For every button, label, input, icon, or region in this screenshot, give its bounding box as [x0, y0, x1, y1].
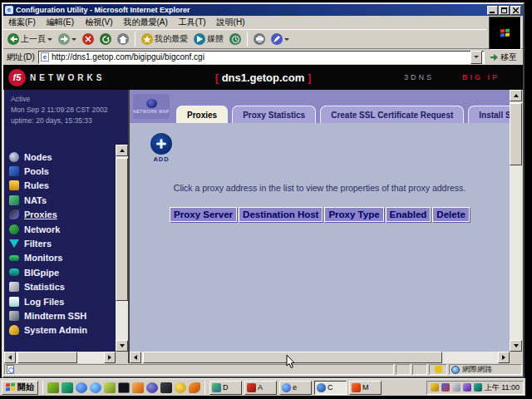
- back-dropdown-icon[interactable]: [47, 38, 52, 41]
- history-button[interactable]: [228, 32, 243, 46]
- column-header-destination-host[interactable]: Destination Host: [239, 207, 323, 222]
- stop-button[interactable]: [81, 32, 96, 46]
- menu-help[interactable]: 說明(H): [217, 17, 245, 28]
- refresh-button[interactable]: [98, 32, 113, 46]
- quicklaunch-icon-11[interactable]: [189, 382, 200, 393]
- security-zone-panel: 網際網路: [449, 364, 522, 375]
- forward-button[interactable]: [57, 32, 78, 46]
- tray-icon-1[interactable]: [431, 383, 439, 392]
- media-button[interactable]: 媒體: [192, 32, 225, 46]
- add-button[interactable]: ADD: [146, 133, 176, 163]
- system-admin-icon: [9, 325, 19, 335]
- scroll-track[interactable]: [116, 156, 128, 340]
- sidebar-item-pools[interactable]: Pools: [9, 164, 111, 178]
- address-dropdown-button[interactable]: [470, 51, 482, 64]
- scroll-up-button[interactable]: [510, 90, 522, 101]
- network-map-button[interactable]: NETWORK MAP: [133, 94, 170, 119]
- favorites-button[interactable]: 我的最愛: [140, 32, 190, 46]
- scroll-left-button[interactable]: [130, 352, 141, 363]
- scrollbar-corner: [510, 352, 522, 363]
- task-button-5[interactable]: M: [349, 381, 382, 395]
- proxies-content: ADD Click a proxy address in the list to…: [130, 123, 510, 352]
- quicklaunch-icon-1[interactable]: [47, 382, 59, 393]
- main-horizontal-scrollbar[interactable]: [130, 352, 510, 363]
- scroll-down-button[interactable]: [116, 340, 128, 352]
- tab-proxies[interactable]: Proxies: [176, 106, 228, 123]
- start-button[interactable]: 開始: [2, 381, 38, 395]
- scroll-right-button[interactable]: [498, 352, 510, 363]
- menu-edit[interactable]: 編輯(E): [47, 17, 74, 28]
- column-header-proxy-server[interactable]: Proxy Server: [170, 207, 237, 222]
- ie-throbber: [489, 17, 521, 50]
- main-vertical-scrollbar[interactable]: [510, 90, 522, 352]
- sidebar-item-bigpipe[interactable]: BIGpipe: [9, 265, 111, 279]
- quicklaunch-icon-7[interactable]: [132, 382, 144, 393]
- quicklaunch-icon-8[interactable]: [146, 382, 158, 393]
- scroll-track[interactable]: [16, 352, 104, 363]
- task-button-3[interactable]: e: [279, 381, 312, 395]
- sidebar-item-mindterm-ssh[interactable]: Mindterm SSH: [9, 308, 111, 323]
- task-button-2[interactable]: A: [244, 381, 277, 395]
- clock[interactable]: 上午 11:00: [485, 382, 520, 393]
- page-icon: e: [41, 52, 49, 62]
- address-input[interactable]: [52, 52, 470, 62]
- sidebar-item-monitors[interactable]: Monitors: [9, 251, 111, 265]
- sidebar-item-filters[interactable]: Filters: [9, 236, 111, 250]
- menu-favorites[interactable]: 我的最愛(A): [123, 17, 167, 28]
- home-button[interactable]: [116, 32, 131, 46]
- sidebar-item-system-admin[interactable]: System Admin: [9, 323, 111, 337]
- column-header-proxy-type[interactable]: Proxy Type: [324, 207, 383, 222]
- sidebar-item-nodes[interactable]: Nodes: [9, 150, 111, 164]
- sidebar-item-log-files[interactable]: Log Files: [9, 294, 111, 308]
- scroll-up-button[interactable]: [116, 145, 128, 156]
- sidebar-item-statistics[interactable]: Statistics: [9, 280, 111, 294]
- menu-tools[interactable]: 工具(T): [179, 17, 206, 28]
- task-button-1[interactable]: D: [209, 381, 242, 395]
- menu-view[interactable]: 檢視(V): [85, 17, 112, 28]
- ie-quicklaunch-icon[interactable]: [90, 382, 101, 393]
- print-button[interactable]: [252, 32, 267, 46]
- tray-icon-5[interactable]: [474, 383, 482, 392]
- scroll-track[interactable]: [141, 352, 498, 363]
- minimize-button[interactable]: [487, 6, 498, 15]
- back-button[interactable]: 上一頁: [6, 32, 54, 46]
- tray-icon-4[interactable]: [463, 383, 471, 392]
- scroll-track[interactable]: [510, 101, 522, 340]
- scroll-right-button[interactable]: [104, 352, 116, 363]
- tab-install-ssl-certificate[interactable]: Install SSL Certif: [468, 106, 510, 123]
- quicklaunch-icon-9[interactable]: [160, 382, 172, 393]
- terminal-icon[interactable]: [118, 382, 130, 393]
- quicklaunch-icon-2[interactable]: [62, 382, 73, 393]
- menu-file[interactable]: 檔案(F): [8, 17, 36, 28]
- sidebar-horizontal-scrollbar[interactable]: [4, 352, 116, 363]
- maximize-button[interactable]: [499, 6, 510, 15]
- close-button[interactable]: [510, 6, 521, 15]
- scroll-left-button[interactable]: [4, 352, 16, 363]
- edit-dropdown-icon[interactable]: [284, 38, 289, 41]
- scroll-thumb[interactable]: [116, 158, 128, 301]
- tray-icon-3[interactable]: [452, 383, 461, 392]
- sidebar-vertical-scrollbar[interactable]: [116, 145, 128, 352]
- edit-button[interactable]: [269, 32, 291, 46]
- monitors-icon: [9, 255, 19, 261]
- network-icon: [9, 224, 19, 234]
- scroll-down-button[interactable]: [510, 340, 522, 352]
- sidebar-item-proxies[interactable]: Proxies: [9, 208, 111, 222]
- column-header-enabled[interactable]: Enabled: [386, 207, 431, 222]
- quicklaunch-icon-10[interactable]: [175, 382, 186, 393]
- tab-create-ssl-certificate-request[interactable]: Create SSL Certificate Request: [320, 106, 464, 123]
- forward-dropdown-icon[interactable]: [71, 38, 76, 41]
- sidebar-item-nats[interactable]: NATs: [9, 193, 111, 207]
- bigpipe-icon: [9, 268, 19, 276]
- scroll-thumb[interactable]: [510, 103, 522, 165]
- sidebar-item-network[interactable]: Network: [9, 222, 111, 236]
- sidebar-item-rules[interactable]: Rules: [9, 179, 111, 193]
- tray-icon-2[interactable]: [441, 383, 450, 392]
- quicklaunch-icon-5[interactable]: [104, 382, 116, 393]
- column-header-delete[interactable]: Delete: [432, 207, 470, 222]
- tab-proxy-statistics[interactable]: Proxy Statistics: [232, 106, 316, 123]
- task-button-configuration-utility[interactable]: C: [314, 381, 347, 395]
- show-desktop-icon[interactable]: [76, 382, 87, 393]
- go-button[interactable]: 移至: [488, 52, 520, 63]
- scroll-thumb[interactable]: [17, 352, 77, 363]
